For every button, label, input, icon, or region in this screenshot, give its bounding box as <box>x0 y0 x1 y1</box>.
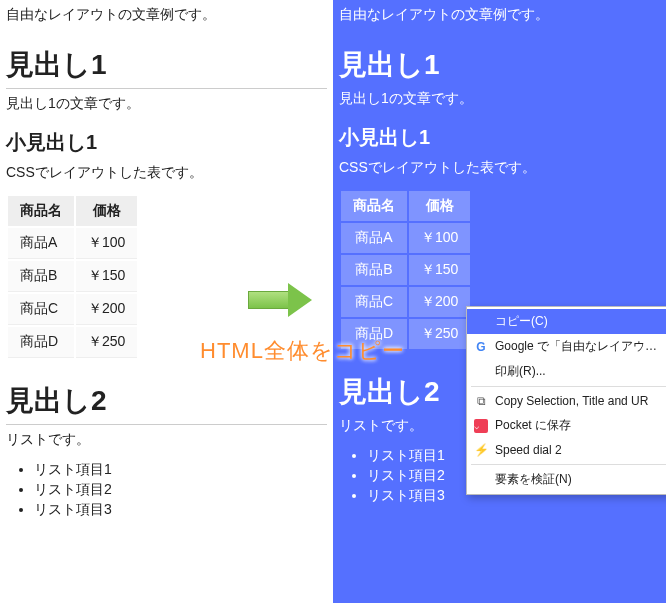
heading-1-paragraph: 見出し1の文章です。 <box>6 95 327 113</box>
menu-separator <box>471 386 666 387</box>
table-caption: CSSでレイアウトした表です。 <box>339 159 660 177</box>
menu-copy-selection[interactable]: ⧉ Copy Selection, Title and UR <box>467 389 666 413</box>
menu-label: 印刷(R)... <box>495 363 666 380</box>
arrow-icon <box>248 283 314 317</box>
heading-1: 見出し1 <box>339 46 660 84</box>
heading-1-paragraph: 見出し1の文章です。 <box>339 90 660 108</box>
menu-label: Copy Selection, Title and UR <box>495 394 666 408</box>
cell: 商品A <box>341 223 407 253</box>
subheading-1: 小見出し1 <box>6 129 327 156</box>
menu-print[interactable]: 印刷(R)... <box>467 359 666 384</box>
cell: ￥100 <box>76 228 137 259</box>
subheading-1: 小見出し1 <box>339 124 660 151</box>
menu-separator <box>471 464 666 465</box>
th-name: 商品名 <box>341 191 407 221</box>
intro-text: 自由なレイアウトの文章例です。 <box>339 6 660 24</box>
cell: ￥250 <box>76 327 137 358</box>
cell: 商品A <box>8 228 74 259</box>
menu-copy[interactable]: コピー(C) <box>467 309 666 334</box>
list-item: リスト項目2 <box>34 481 327 499</box>
speed-dial-icon: ⚡ <box>473 442 489 458</box>
menu-google-search[interactable]: G Google で「自由なレイアウトの文章 <box>467 334 666 359</box>
heading-2: 見出し2 <box>6 382 327 425</box>
th-price: 価格 <box>409 191 470 221</box>
blank-icon <box>473 314 489 330</box>
overlay-caption: HTML全体をコピー <box>200 336 405 366</box>
cell: ￥250 <box>409 319 470 349</box>
cell: 商品C <box>341 287 407 317</box>
right-panel-selected: 自由なレイアウトの文章例です。 見出し1 見出し1の文章です。 小見出し1 CS… <box>333 0 666 603</box>
cell: ￥200 <box>409 287 470 317</box>
table-caption: CSSでレイアウトした表です。 <box>6 164 327 182</box>
pocket-icon: ⌵ <box>473 418 489 434</box>
cell: 商品C <box>8 294 74 325</box>
menu-label: コピー(C) <box>495 313 666 330</box>
intro-text: 自由なレイアウトの文章例です。 <box>6 6 327 24</box>
product-table: 商品名 価格 商品A￥100 商品B￥150 商品C￥200 商品D￥250 <box>339 189 472 351</box>
th-price: 価格 <box>76 196 137 226</box>
cell: ￥150 <box>76 261 137 292</box>
cell: ￥200 <box>76 294 137 325</box>
th-name: 商品名 <box>8 196 74 226</box>
list-item: リスト項目3 <box>34 501 327 519</box>
list-item: リスト項目1 <box>34 461 327 479</box>
cell: ￥150 <box>409 255 470 285</box>
context-menu: コピー(C) G Google で「自由なレイアウトの文章 印刷(R)... ⧉… <box>466 306 666 495</box>
cell: 商品B <box>8 261 74 292</box>
google-icon: G <box>473 339 489 355</box>
cell: 商品D <box>8 327 74 358</box>
menu-label: 要素を検証(N) <box>495 471 666 488</box>
cell: ￥100 <box>409 223 470 253</box>
list-caption: リストです。 <box>6 431 327 449</box>
menu-speed-dial[interactable]: ⚡ Speed dial 2 <box>467 438 666 462</box>
menu-inspect[interactable]: 要素を検証(N) <box>467 467 666 492</box>
menu-label: Pocket に保存 <box>495 417 666 434</box>
cell: 商品B <box>341 255 407 285</box>
menu-label: Speed dial 2 <box>495 443 666 457</box>
menu-pocket[interactable]: ⌵ Pocket に保存 <box>467 413 666 438</box>
menu-label: Google で「自由なレイアウトの文章 <box>495 338 666 355</box>
item-list: リスト項目1 リスト項目2 リスト項目3 <box>6 461 327 519</box>
blank-icon <box>473 364 489 380</box>
copy-icon: ⧉ <box>473 393 489 409</box>
blank-icon <box>473 472 489 488</box>
heading-1: 見出し1 <box>6 46 327 89</box>
product-table: 商品名 価格 商品A￥100 商品B￥150 商品C￥200 商品D￥250 <box>6 194 139 360</box>
